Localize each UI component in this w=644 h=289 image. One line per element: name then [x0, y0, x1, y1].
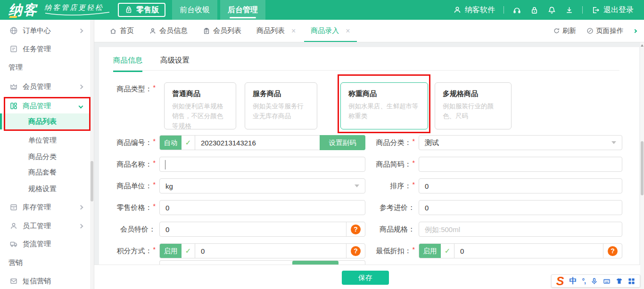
- tab-advanced-settings[interactable]: 高级设置: [160, 56, 190, 72]
- product-type-service[interactable]: 服务商品 例如美业等服务行业无库存商品: [245, 82, 317, 129]
- nav-tab-backend-manage[interactable]: 后台管理: [220, 0, 265, 20]
- sidebar-item-goods-manage[interactable]: 商品管理: [0, 98, 90, 114]
- save-button[interactable]: 保存: [342, 271, 389, 285]
- tab-home[interactable]: 首页: [109, 20, 134, 42]
- main-scrollbar[interactable]: [640, 42, 644, 289]
- close-icon[interactable]: ×: [291, 27, 296, 35]
- task-list-icon: [9, 45, 18, 53]
- points-mode-input[interactable]: [195, 244, 346, 258]
- crown-icon: [9, 82, 18, 91]
- enable-toggle-button[interactable]: 启用: [419, 244, 441, 258]
- sidebar-item-logistics-manage[interactable]: 货流管理: [0, 236, 90, 252]
- member-price-field: ?: [159, 222, 365, 237]
- min-discount-input[interactable]: [454, 244, 603, 258]
- enable-toggle-button[interactable]: 启用: [160, 244, 182, 258]
- app-header: 纳客 纳客管店更轻松 零售版 前台收银 后台管理 纳客软件: [0, 0, 644, 20]
- min-discount-label: 最低折扣：*: [369, 243, 415, 258]
- clipped-next-field: [159, 260, 365, 265]
- sort-input[interactable]: [419, 179, 622, 193]
- nav-tab-front-cashier[interactable]: 前台收银: [172, 0, 217, 20]
- auto-check-icon[interactable]: ✓: [182, 136, 195, 150]
- sidebar-item-inventory-manage[interactable]: 库存管理: [0, 199, 90, 215]
- help-icon[interactable]: ?: [608, 246, 618, 256]
- refresh-icon: [553, 27, 560, 34]
- retail-price-input[interactable]: [160, 201, 365, 215]
- name-input[interactable]: [160, 157, 365, 171]
- shopping-bag-icon: [124, 6, 133, 14]
- close-icon[interactable]: ×: [346, 27, 350, 35]
- shortcode-field: [419, 157, 622, 172]
- sidebar: 订单中心 任务管理 管理 会员管理 商品管理 商品列表 单位管理 商品分类 商品…: [0, 20, 94, 289]
- sidebar-item-task-manage[interactable]: 任务管理: [0, 41, 90, 57]
- sidebar-section-marketing[interactable]: 营销: [0, 255, 90, 271]
- category-select[interactable]: 测试: [419, 135, 622, 150]
- retail-price-label: 零售价格：*: [99, 200, 156, 215]
- sidebar-item-sms-marketing[interactable]: 短信营销: [0, 273, 90, 289]
- clipboard-icon: [203, 27, 210, 35]
- sogou-logo-icon[interactable]: S: [556, 275, 564, 287]
- keyboard-icon[interactable]: [603, 278, 611, 285]
- sidebar-item-order-center[interactable]: 订单中心: [0, 23, 90, 39]
- lock-icon[interactable]: [530, 6, 539, 15]
- edition-button[interactable]: 零售版: [118, 3, 165, 17]
- bell-icon[interactable]: [547, 6, 556, 15]
- sidebar-item-staff-manage[interactable]: 员工管理: [0, 218, 90, 234]
- expand-chevron-icon[interactable]: [633, 29, 637, 32]
- enable-check-icon[interactable]: ✓: [182, 244, 195, 258]
- page-tabs: 首页 会员信息 会员列表 商品列表 × 商品录入 ×: [109, 20, 350, 42]
- refresh-button[interactable]: 刷新: [553, 26, 576, 35]
- product-type-multispec[interactable]: 多规格商品 例如服装行业的颜色、尺码: [435, 82, 512, 129]
- scroll-up-arrow-icon[interactable]: [641, 44, 644, 47]
- tab-goods-info[interactable]: 商品信息: [113, 56, 142, 72]
- sidebar-section-manage[interactable]: 管理: [0, 59, 90, 75]
- page-operations-button[interactable]: 页面操作: [586, 26, 623, 35]
- member-price-input[interactable]: [160, 222, 346, 236]
- purchase-price-input[interactable]: [419, 201, 622, 215]
- spec-input[interactable]: [419, 222, 622, 236]
- shortcode-input[interactable]: [419, 157, 622, 171]
- unit-label: 商品单位：*: [99, 178, 156, 193]
- microphone-icon[interactable]: [591, 278, 598, 285]
- sidebar-item-goods-combo[interactable]: 商品套餐: [0, 164, 90, 180]
- sidebar-item-goods-list[interactable]: 商品列表: [0, 113, 90, 129]
- headset-icon[interactable]: [512, 6, 521, 15]
- chevron-right-icon: [79, 28, 83, 33]
- help-icon[interactable]: ?: [351, 225, 361, 234]
- account-menu[interactable]: 纳客软件: [453, 5, 495, 15]
- sort-label: 排序：*: [369, 178, 415, 193]
- shortcode-label: 商品简码：*: [369, 157, 415, 172]
- tab-member-list[interactable]: 会员列表: [203, 20, 241, 42]
- brand-logo: 纳客: [8, 0, 38, 20]
- sidebar-scrollbar-thumb[interactable]: [91, 161, 93, 201]
- spec-label: 商品规格：: [369, 222, 415, 237]
- logout-button[interactable]: 退出登录: [591, 5, 634, 15]
- brand-tagline: 纳客管店更轻松: [44, 4, 110, 16]
- tab-goods-entry[interactable]: 商品录入 ×: [311, 20, 350, 42]
- dropdown-caret-icon: [355, 185, 359, 187]
- tab-member-info[interactable]: 会员信息: [149, 20, 188, 42]
- sidebar-item-member-manage[interactable]: 会员管理: [0, 79, 90, 95]
- sidebar-item-spec-setting[interactable]: 规格设置: [0, 181, 90, 197]
- main-scrollbar-thumb[interactable]: [641, 141, 644, 195]
- person-icon: [9, 222, 18, 230]
- toolbox-grid-icon[interactable]: [628, 278, 635, 285]
- member-price-label: 会员特价：: [99, 222, 156, 237]
- product-type-normal[interactable]: 普通商品 例如便利店单规格销售，不区分颜色等规格: [164, 82, 236, 129]
- chevron-down-icon: [79, 104, 83, 108]
- unit-select[interactable]: kg: [159, 178, 365, 193]
- sidebar-scrollbar[interactable]: [90, 20, 94, 289]
- enable-check-icon[interactable]: ✓: [441, 244, 454, 258]
- product-type-weighed[interactable]: 称重商品 例如水果店、生鲜超市等称重类: [340, 82, 428, 129]
- ime-punctuation-icon[interactable]: °,: [582, 277, 586, 285]
- help-icon[interactable]: ?: [351, 246, 361, 256]
- set-subcode-button[interactable]: 设置副码: [320, 135, 365, 150]
- skin-shirt-icon[interactable]: [616, 278, 623, 285]
- header-divider: [504, 6, 504, 14]
- sidebar-item-unit-manage[interactable]: 单位管理: [0, 132, 90, 148]
- auto-toggle-button[interactable]: 自动: [160, 136, 182, 150]
- ime-language-mode[interactable]: 中: [570, 276, 577, 286]
- tab-goods-list[interactable]: 商品列表 ×: [256, 20, 296, 42]
- download-icon[interactable]: [565, 6, 574, 15]
- text-cursor: [165, 160, 165, 169]
- sidebar-item-goods-category[interactable]: 商品分类: [0, 149, 90, 165]
